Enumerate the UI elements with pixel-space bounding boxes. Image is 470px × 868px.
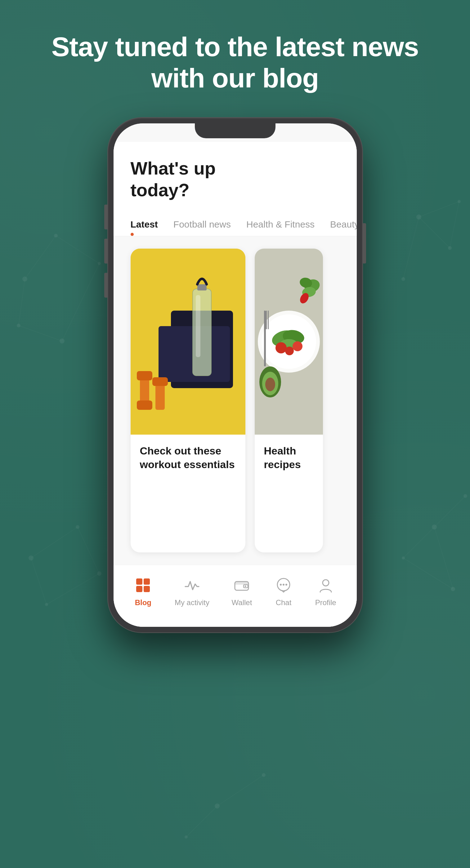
svg-rect-46 [137, 371, 152, 380]
svg-line-37 [217, 775, 264, 806]
chat-icon [274, 576, 293, 595]
screen-header: What's uptoday? [114, 142, 357, 210]
nav-label-chat: Chat [276, 598, 292, 607]
svg-line-8 [19, 326, 62, 341]
svg-rect-73 [144, 586, 150, 592]
svg-line-22 [31, 527, 78, 558]
phone-outer: What's uptoday? Latest Football news Hea… [108, 118, 362, 632]
svg-point-21 [97, 571, 101, 576]
nav-label-profile: Profile [315, 598, 336, 607]
grid-icon [134, 576, 152, 595]
svg-point-81 [286, 584, 287, 586]
nav-label-activity: My activity [175, 598, 209, 607]
svg-point-36 [184, 835, 188, 839]
cards-area: Check out these workout essentials [114, 236, 357, 565]
svg-line-9 [62, 264, 99, 341]
phone-notch [195, 123, 275, 138]
svg-line-23 [31, 558, 47, 604]
category-tabs: Latest Football news Health & Fitness Be… [114, 210, 357, 236]
wallet-icon [232, 576, 251, 595]
nav-item-blog[interactable]: Blog [134, 576, 152, 607]
svg-point-18 [29, 556, 33, 560]
svg-rect-60 [264, 311, 265, 329]
tab-health[interactable]: Health & Fitness [246, 219, 315, 236]
svg-line-31 [403, 527, 434, 558]
nav-label-blog: Blog [135, 598, 151, 607]
phone-screen: What's uptoday? Latest Football news Hea… [114, 123, 357, 627]
svg-line-24 [78, 527, 99, 574]
svg-point-19 [76, 525, 80, 529]
svg-rect-70 [136, 579, 142, 585]
svg-rect-42 [193, 289, 211, 376]
phone-mockup: What's uptoday? Latest Football news Hea… [108, 118, 362, 632]
svg-line-30 [434, 496, 465, 527]
svg-line-14 [419, 217, 450, 248]
svg-rect-75 [235, 582, 248, 585]
svg-line-6 [56, 236, 99, 264]
card-workout-title: Check out these workout essentials [140, 444, 236, 471]
svg-rect-61 [266, 311, 267, 329]
svg-point-2 [98, 262, 101, 265]
svg-point-4 [60, 339, 64, 343]
svg-point-27 [464, 494, 467, 498]
hero-title: Stay tuned to the latest news with our b… [0, 31, 470, 94]
svg-line-17 [419, 202, 459, 217]
svg-point-34 [215, 804, 219, 808]
svg-line-38 [186, 806, 217, 837]
svg-point-28 [402, 556, 405, 560]
profile-icon [317, 576, 335, 595]
svg-line-15 [450, 202, 459, 248]
screen-title: What's uptoday? [130, 157, 340, 200]
svg-point-29 [451, 587, 455, 591]
card-food-image [255, 249, 323, 435]
nav-item-wallet[interactable]: Wallet [232, 576, 252, 607]
nav-item-activity[interactable]: My activity [175, 576, 209, 607]
svg-rect-71 [144, 579, 150, 585]
svg-point-56 [275, 342, 287, 353]
svg-point-65 [265, 378, 275, 391]
svg-point-12 [458, 200, 461, 203]
tab-latest[interactable]: Latest [130, 219, 158, 236]
nav-item-profile[interactable]: Profile [315, 576, 336, 607]
svg-point-0 [22, 277, 27, 281]
svg-point-79 [280, 584, 282, 586]
svg-line-7 [19, 279, 25, 326]
svg-point-80 [283, 584, 285, 586]
svg-point-82 [323, 580, 329, 586]
svg-line-32 [434, 527, 453, 589]
svg-rect-43 [197, 284, 207, 290]
card-workout-image [130, 249, 245, 435]
card-food[interactable]: Health recipes [255, 249, 323, 552]
svg-point-1 [54, 234, 58, 238]
tab-football[interactable]: Football news [173, 219, 231, 236]
svg-point-57 [293, 341, 302, 351]
card-food-text: Health recipes [255, 435, 323, 480]
activity-icon [183, 576, 201, 595]
svg-point-3 [17, 323, 21, 328]
svg-line-25 [47, 574, 99, 604]
svg-line-5 [25, 236, 56, 279]
screen-content: What's uptoday? Latest Football news Hea… [114, 123, 357, 627]
svg-line-33 [403, 558, 453, 589]
nav-label-wallet: Wallet [232, 598, 252, 607]
card-workout-text: Check out these workout essentials [130, 435, 245, 480]
svg-point-11 [448, 246, 452, 250]
card-food-title: Health recipes [264, 444, 314, 471]
tab-beauty[interactable]: Beauty [330, 219, 356, 236]
svg-rect-49 [152, 377, 168, 386]
svg-point-10 [416, 215, 421, 219]
svg-point-20 [45, 603, 48, 606]
nav-item-chat[interactable]: Chat [274, 576, 293, 607]
svg-line-16 [403, 217, 419, 279]
bottom-nav: Blog My activity [114, 565, 357, 627]
svg-rect-62 [268, 311, 269, 329]
svg-point-13 [402, 277, 405, 281]
svg-rect-72 [136, 586, 142, 592]
svg-rect-47 [137, 401, 152, 410]
svg-point-58 [285, 347, 294, 355]
svg-point-26 [432, 525, 437, 529]
svg-point-77 [245, 585, 246, 587]
svg-point-35 [262, 773, 266, 777]
svg-rect-44 [196, 295, 200, 357]
card-workout[interactable]: Check out these workout essentials [130, 249, 245, 552]
